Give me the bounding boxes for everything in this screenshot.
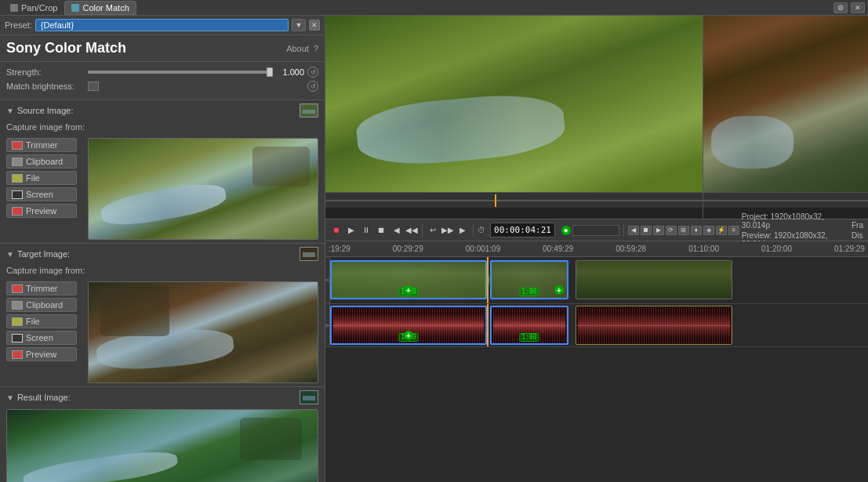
audio1-plus[interactable]: + <box>404 331 413 340</box>
tab-color-match[interactable]: Color Match <box>64 1 136 15</box>
target-trimmer-btn[interactable]: Trimmer <box>6 281 77 295</box>
target-content: Capture image from: Trimmer Clipboard <box>6 266 318 383</box>
prev-frame-btn[interactable]: ◀ <box>390 223 403 237</box>
source-content: Capture image from: Trimmer Clipboard <box>6 122 318 240</box>
tab-settings-btn[interactable]: ⚙ <box>833 2 848 13</box>
preset-close-btn[interactable]: ✕ <box>309 20 320 31</box>
preset-row: Preset: {Default} ▼ ✕ <box>0 16 325 35</box>
play-btn[interactable]: ▶ <box>345 223 358 237</box>
track-content-a1[interactable]: 1:00 + 1:00 <box>330 304 868 346</box>
audio-clip-2[interactable]: 1:00 <box>490 306 568 345</box>
svg-rect-5 <box>303 396 315 400</box>
source-file-btn[interactable]: File <box>6 171 77 185</box>
plugin-title: Sony Color Match <box>6 40 126 56</box>
jkl-btn1[interactable]: ◀ <box>628 226 639 235</box>
preview-scrubber[interactable] <box>325 192 703 208</box>
rewind-btn[interactable]: ◀◀ <box>405 223 418 237</box>
main-area: Preset: {Default} ▼ ✕ Sony Color Match A… <box>0 16 868 482</box>
clip1-plus[interactable]: + <box>404 285 413 295</box>
ruler-mark-3: 00:49:29 <box>543 245 573 253</box>
loop-region-btn[interactable]: ⟳ <box>666 226 677 235</box>
snap-btn[interactable]: ⊞ <box>678 226 689 235</box>
source-preview-btn[interactable]: Preview <box>6 204 77 218</box>
marker-btn[interactable]: ◆ <box>561 226 571 235</box>
video-previews <box>325 16 868 219</box>
jkl-btn3[interactable]: ▶ <box>653 226 664 235</box>
timecode-input-bar[interactable] <box>572 225 619 236</box>
clip2-marker: 1:00 <box>519 288 539 296</box>
track-content-v1[interactable]: 1:00 + 1:00 + <box>330 257 868 303</box>
clip2-plus[interactable]: + <box>554 285 564 295</box>
target-thumbnail-btn[interactable] <box>300 247 318 261</box>
fast-fwd-btn[interactable]: ▶▶ <box>441 223 454 237</box>
svg-rect-3 <box>303 252 315 257</box>
strength-slider[interactable] <box>88 71 270 74</box>
source-capture-label: Capture image from: <box>6 122 318 132</box>
help-button[interactable]: ? <box>314 44 318 53</box>
match-brightness-reset-icon[interactable]: ↺ <box>307 81 318 92</box>
target-capture-label: Capture image from: <box>6 266 318 275</box>
timecode-area: ⏱ 00:00:04:21 ◆ <box>478 223 619 237</box>
preset-label: Preset: <box>5 20 32 30</box>
target-file-icon <box>12 317 23 326</box>
result-thumbnail-btn[interactable] <box>300 390 318 404</box>
target-screen-btn[interactable]: Screen <box>6 331 77 345</box>
video-clip-4[interactable] <box>576 260 732 299</box>
target-capture-buttons: Trimmer Clipboard File <box>6 281 77 383</box>
source-trimmer-btn[interactable]: Trimmer <box>6 138 77 152</box>
tab-pan-crop[interactable]: Pan/Crop <box>3 1 64 15</box>
fra-label: Fra <box>852 221 863 230</box>
timecode-display[interactable]: 00:00:04:21 <box>490 223 555 237</box>
extra-btn1[interactable]: ⚡ <box>716 226 727 235</box>
preset-save-btn[interactable]: ▼ <box>292 19 306 31</box>
source-clipboard-btn[interactable]: Clipboard <box>6 154 77 169</box>
fra-dis-info: Fra Dis <box>852 221 863 240</box>
controls-area: Strength: 1.000 ↺ Match brightness: ↺ <box>0 62 325 100</box>
pan-crop-icon <box>10 4 18 12</box>
audio-clip-1[interactable]: 1:00 + <box>330 306 487 345</box>
audio-waveform-3 <box>576 306 732 344</box>
pause-btn[interactable]: ⏸ <box>360 223 372 237</box>
ruler-mark-4: 00:59:28 <box>616 245 646 253</box>
marker-add-btn[interactable]: ♦ <box>691 226 702 235</box>
jkl-btn2[interactable]: ⏹ <box>641 226 652 235</box>
loop-btn[interactable]: ↩ <box>427 223 439 237</box>
next-frame-btn[interactable]: ▶ <box>456 223 469 237</box>
video-clip-3[interactable]: 1:00 + <box>490 260 568 299</box>
source-screen-btn[interactable]: Screen <box>6 187 77 201</box>
marker-nav-btn[interactable]: ◈ <box>703 226 714 235</box>
match-brightness-checkbox[interactable] <box>88 82 99 91</box>
result-arrow[interactable]: ▼ <box>6 393 14 402</box>
source-capture-area: Trimmer Clipboard File <box>6 138 318 240</box>
transport-sep2 <box>473 224 474 237</box>
result-section-header: ▼ Result Image: <box>6 390 318 404</box>
main-preview-content <box>325 16 703 192</box>
preset-dropdown[interactable]: {Default} <box>35 19 289 31</box>
source-capture-buttons: Trimmer Clipboard File <box>6 138 77 240</box>
side-scrubber[interactable] <box>703 192 868 208</box>
stop-btn[interactable]: ⏹ <box>375 223 387 237</box>
audio-clip-3[interactable] <box>576 306 732 345</box>
video-track-1: V 1:00 + <box>325 257 868 304</box>
record-btn[interactable]: ⏺ <box>330 223 343 237</box>
strength-reset-icon[interactable]: ↺ <box>307 67 318 78</box>
match-brightness-row: Match brightness: ↺ <box>6 81 318 92</box>
target-preview-btn[interactable]: Preview <box>6 347 77 361</box>
strength-row: Strength: 1.000 ↺ <box>6 67 318 78</box>
video-clip-1[interactable]: 1:00 + <box>330 260 487 299</box>
transport-bar: ⏺ ▶ ⏸ ⏹ ◀ ◀◀ ↩ ▶▶ ▶ ⏱ 00:00:04:21 ◆ <box>325 219 868 241</box>
source-section: ▼ Source Image: Capture image from: Trim… <box>0 100 325 244</box>
target-clipboard-btn[interactable]: Clipboard <box>6 298 77 312</box>
about-button[interactable]: About <box>286 44 309 53</box>
source-arrow[interactable]: ▼ <box>6 107 14 115</box>
extra-btn2[interactable]: ≡ <box>728 226 739 235</box>
source-clipboard-label: Clipboard <box>26 157 63 166</box>
svg-rect-1 <box>303 110 315 114</box>
source-thumbnail-btn[interactable] <box>300 103 318 118</box>
timeline-area: :19:29 00:29:29 00:001:09 00:49:29 00:59… <box>325 241 868 482</box>
source-preview-label: Preview <box>26 206 56 216</box>
target-arrow[interactable]: ▼ <box>6 250 14 259</box>
target-capture-area: Trimmer Clipboard File <box>6 281 318 383</box>
tab-close-btn[interactable]: ✕ <box>851 2 865 13</box>
target-file-btn[interactable]: File <box>6 314 77 328</box>
